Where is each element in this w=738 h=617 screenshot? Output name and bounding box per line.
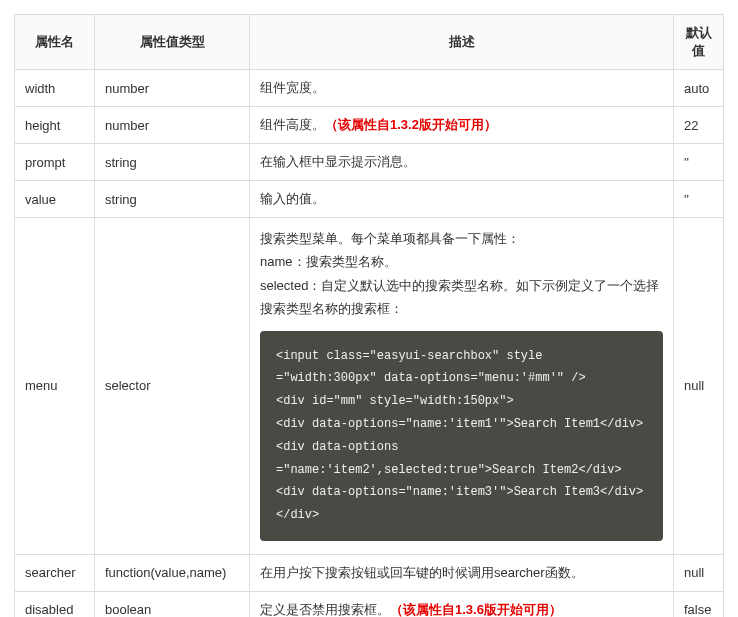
prop-type: string bbox=[95, 144, 250, 181]
prop-name: searcher bbox=[15, 554, 95, 591]
col-header-desc: 描述 bbox=[250, 15, 674, 70]
prop-type: number bbox=[95, 107, 250, 144]
table-header-row: 属性名 属性值类型 描述 默认值 bbox=[15, 15, 724, 70]
prop-desc: 搜索类型菜单。每个菜单项都具备一下属性：name：搜索类型名称。selected… bbox=[250, 218, 674, 555]
prop-type: function(value,name) bbox=[95, 554, 250, 591]
table-row: height number 组件高度。（该属性自1.3.2版开始可用） 22 bbox=[15, 107, 724, 144]
prop-name: menu bbox=[15, 218, 95, 555]
prop-type: string bbox=[95, 181, 250, 218]
version-note: （该属性自1.3.2版开始可用） bbox=[325, 117, 497, 132]
table-row-menu: menu selector 搜索类型菜单。每个菜单项都具备一下属性：name：搜… bbox=[15, 218, 724, 555]
version-note: （该属性自1.3.6版开始可用） bbox=[390, 602, 562, 617]
table-row: prompt string 在输入框中显示提示消息。 '' bbox=[15, 144, 724, 181]
prop-default: null bbox=[674, 218, 724, 555]
desc-text: 在用户按下搜索按钮或回车键的时候调用searcher函数。 bbox=[260, 565, 584, 580]
table-row: value string 输入的值。 '' bbox=[15, 181, 724, 218]
prop-desc: 组件宽度。 bbox=[250, 70, 674, 107]
prop-default: '' bbox=[674, 144, 724, 181]
desc-text: 搜索类型菜单。每个菜单项都具备一下属性：name：搜索类型名称。selected… bbox=[260, 227, 663, 321]
prop-name: prompt bbox=[15, 144, 95, 181]
prop-type: selector bbox=[95, 218, 250, 555]
prop-desc: 在用户按下搜索按钮或回车键的时候调用searcher函数。 bbox=[250, 554, 674, 591]
prop-name: value bbox=[15, 181, 95, 218]
desc-text: 输入的值。 bbox=[260, 191, 325, 206]
properties-table: 属性名 属性值类型 描述 默认值 width number 组件宽度。 auto… bbox=[14, 14, 724, 617]
col-header-name: 属性名 bbox=[15, 15, 95, 70]
prop-desc: 在输入框中显示提示消息。 bbox=[250, 144, 674, 181]
table-row: searcher function(value,name) 在用户按下搜索按钮或… bbox=[15, 554, 724, 591]
prop-default: '' bbox=[674, 181, 724, 218]
code-example: <input class="easyui-searchbox" style ="… bbox=[260, 331, 663, 541]
desc-text: 组件宽度。 bbox=[260, 80, 325, 95]
prop-desc: 组件高度。（该属性自1.3.2版开始可用） bbox=[250, 107, 674, 144]
prop-type: number bbox=[95, 70, 250, 107]
prop-name: disabled bbox=[15, 591, 95, 617]
desc-text: 在输入框中显示提示消息。 bbox=[260, 154, 416, 169]
prop-default: 22 bbox=[674, 107, 724, 144]
prop-type: boolean bbox=[95, 591, 250, 617]
desc-text: 定义是否禁用搜索框。 bbox=[260, 602, 390, 617]
table-row: disabled boolean 定义是否禁用搜索框。（该属性自1.3.6版开始… bbox=[15, 591, 724, 617]
col-header-type: 属性值类型 bbox=[95, 15, 250, 70]
prop-default: auto bbox=[674, 70, 724, 107]
prop-name: height bbox=[15, 107, 95, 144]
prop-desc: 输入的值。 bbox=[250, 181, 674, 218]
col-header-default: 默认值 bbox=[674, 15, 724, 70]
prop-desc: 定义是否禁用搜索框。（该属性自1.3.6版开始可用） bbox=[250, 591, 674, 617]
prop-default: false bbox=[674, 591, 724, 617]
prop-default: null bbox=[674, 554, 724, 591]
prop-name: width bbox=[15, 70, 95, 107]
table-row: width number 组件宽度。 auto bbox=[15, 70, 724, 107]
desc-text: 组件高度。 bbox=[260, 117, 325, 132]
